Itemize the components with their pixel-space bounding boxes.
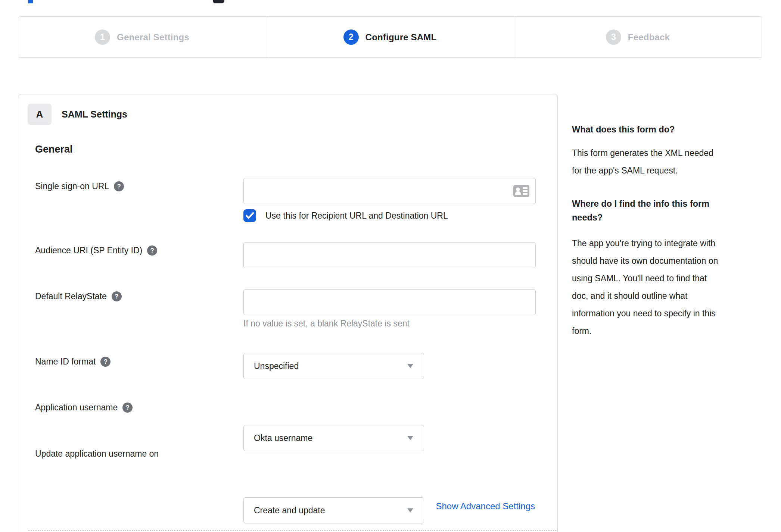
update-username-label: Update application username on xyxy=(35,449,159,459)
step-1-number-badge: 1 xyxy=(95,29,110,45)
cutoff-blue-element xyxy=(28,0,33,3)
update-username-select[interactable]: Create and update xyxy=(243,497,424,523)
relaystate-hint: If no value is set, a blank RelayState i… xyxy=(243,319,410,329)
audience-uri-label-text: Audience URI (SP Entity ID) xyxy=(35,245,142,256)
nameid-format-select[interactable]: Unspecified xyxy=(243,353,424,379)
app-username-label-text: Application username xyxy=(35,403,118,413)
dashed-section-divider xyxy=(28,530,556,531)
contact-card-icon xyxy=(513,185,529,197)
sso-url-label: Single sign-on URL ? xyxy=(35,181,124,191)
recipient-url-checkbox-row: Use this for Recipient URL and Destinati… xyxy=(243,209,448,222)
chevron-down-icon xyxy=(407,436,413,440)
nameid-help-icon[interactable]: ? xyxy=(100,357,111,367)
sso-url-input[interactable] xyxy=(243,178,536,204)
step-general-settings[interactable]: 1 General Settings xyxy=(18,17,266,57)
step-feedback[interactable]: 3 Feedback xyxy=(514,17,762,57)
sso-url-label-text: Single sign-on URL xyxy=(35,181,109,191)
audience-uri-label: Audience URI (SP Entity ID) ? xyxy=(35,245,157,256)
section-a-badge: A xyxy=(28,104,52,125)
sidebar-question-1: What does this form do? xyxy=(572,123,759,137)
panel-title: SAML Settings xyxy=(62,104,127,125)
nameid-format-value: Unspecified xyxy=(254,361,299,371)
sso-url-input-wrap xyxy=(243,178,536,204)
update-username-label-text: Update application username on xyxy=(35,449,159,459)
update-username-value: Create and update xyxy=(254,506,325,516)
app-username-label: Application username ? xyxy=(35,403,133,413)
app-username-select[interactable]: Okta username xyxy=(243,425,424,451)
wizard-stepper: 1 General Settings 2 Configure SAML 3 Fe… xyxy=(18,16,762,58)
relaystate-label-text: Default RelayState xyxy=(35,291,107,301)
sidebar-answer-1: This form generates the XML needed for t… xyxy=(572,144,766,179)
recipient-url-checkbox-label: Use this for Recipient URL and Destinati… xyxy=(265,211,448,221)
sidebar-answer-2: The app you're trying to integrate with … xyxy=(572,235,766,340)
relaystate-label: Default RelayState ? xyxy=(35,291,122,301)
nameid-format-label-text: Name ID format xyxy=(35,357,96,367)
step-2-label: Configure SAML xyxy=(365,32,437,43)
recipient-url-checkbox[interactable] xyxy=(243,209,256,222)
relaystate-input[interactable] xyxy=(243,289,536,315)
chevron-down-icon xyxy=(407,364,413,368)
step-3-label: Feedback xyxy=(628,32,670,43)
checkmark-icon xyxy=(246,212,254,219)
saml-settings-panel: A SAML Settings General Single sign-on U… xyxy=(18,94,558,532)
chevron-down-icon xyxy=(407,508,413,513)
step-1-label: General Settings xyxy=(117,32,189,43)
show-advanced-settings-link[interactable]: Show Advanced Settings xyxy=(436,501,535,511)
step-2-number-badge: 2 xyxy=(343,29,359,45)
cutoff-dark-element xyxy=(213,0,224,3)
step-3-number-badge: 3 xyxy=(606,29,621,45)
audience-uri-input[interactable] xyxy=(243,242,536,268)
general-section-heading: General xyxy=(35,144,73,155)
step-configure-saml[interactable]: 2 Configure SAML xyxy=(266,17,514,57)
nameid-format-label: Name ID format ? xyxy=(35,357,111,367)
sidebar-question-2: Where do I find the info this form needs… xyxy=(572,197,759,225)
relaystate-help-icon[interactable]: ? xyxy=(112,291,122,301)
app-username-value: Okta username xyxy=(254,433,312,443)
app-username-help-icon[interactable]: ? xyxy=(122,403,133,413)
sso-help-icon[interactable]: ? xyxy=(114,181,124,191)
audience-help-icon[interactable]: ? xyxy=(147,245,157,256)
